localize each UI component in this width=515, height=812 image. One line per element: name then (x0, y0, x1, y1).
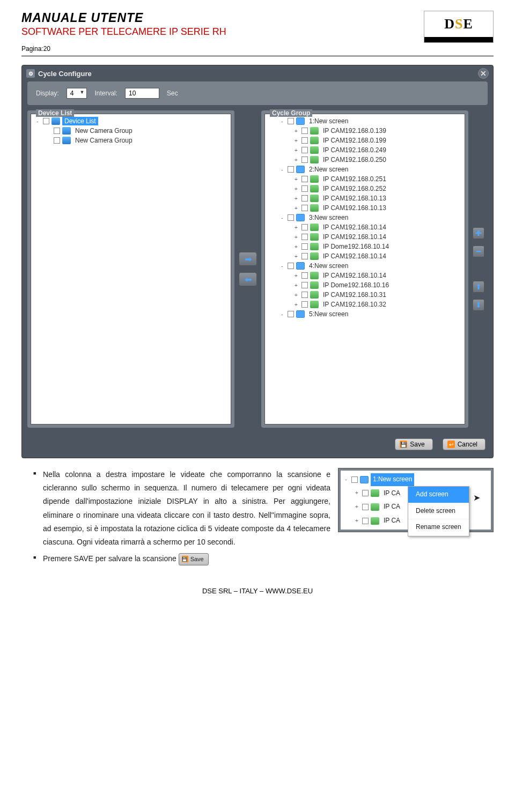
window-title: Cycle Configure (38, 70, 92, 78)
cycle-screen-item[interactable]: -1:New screen (268, 116, 461, 126)
cycle-group-panel: Cycle Group -1:New screen+IP CAM192.168.… (261, 110, 468, 428)
cycle-camera-item[interactable]: +IP Dome192.168.10.14 (268, 242, 461, 251)
remove-button[interactable]: ━ (473, 245, 484, 257)
save-icon: 💾 (182, 556, 188, 562)
cycle-camera-item[interactable]: +IP CAM192.168.10.14 (268, 271, 461, 280)
context-menu[interactable]: Add screenDelete screenRename screen (408, 486, 469, 537)
cycle-group-tree[interactable]: -1:New screen+IP CAM192.168.0.139+IP CAM… (264, 114, 465, 424)
device-list-title: Device List (36, 109, 74, 117)
add-button[interactable]: ✚ (473, 227, 484, 239)
toolbar: Display: 4 Interval: 10 Sec (27, 81, 488, 105)
context-menu-inset: -1:New screen+IP CA+IP CA+IP CA Add scre… (338, 468, 494, 538)
header-divider (21, 56, 494, 56)
page-label: Pagina:20 (21, 45, 226, 53)
move-up-button[interactable]: ⬆ (473, 281, 484, 293)
sec-label: Sec (167, 90, 178, 97)
save-icon: 💾 (400, 441, 407, 448)
device-list-item[interactable]: New Camera Group (34, 126, 227, 136)
cycle-camera-item[interactable]: +IP CAM192.168.0.252 (268, 184, 461, 193)
ctx-screen-item[interactable]: -1:New screen (343, 473, 489, 487)
dse-logo: DSE (424, 11, 494, 43)
cycle-camera-item[interactable]: +IP CAM192.168.10.32 (268, 300, 461, 309)
inline-save-button: 💾 Save (179, 553, 209, 566)
context-menu-item[interactable]: Delete screen (408, 503, 469, 520)
cycle-screen-item[interactable]: -5:New screen (268, 309, 461, 319)
move-right-button[interactable]: ➡ (239, 252, 257, 266)
cycle-camera-item[interactable]: +IP CAM192.168.0.139 (268, 126, 461, 136)
bullet-2: Premere SAVE per salvare la scansione 💾 … (21, 552, 494, 565)
save-button[interactable]: 💾 Save (395, 438, 432, 450)
window-icon: ⚙ (26, 69, 35, 78)
cursor-icon: ➤ (473, 490, 480, 506)
doc-subtitle: SOFTWARE PER TELECAMERE IP SERIE RH (21, 26, 226, 38)
display-label: Display: (36, 90, 59, 97)
cycle-camera-item[interactable]: +IP CAM192.168.10.14 (268, 222, 461, 232)
cycle-screen-item[interactable]: -2:New screen (268, 165, 461, 174)
context-menu-item[interactable]: Rename screen (408, 519, 469, 536)
device-list-item[interactable]: New Camera Group (34, 136, 227, 145)
cycle-camera-item[interactable]: +IP CAM192.168.0.250 (268, 155, 461, 165)
cycle-screen-item[interactable]: -3:New screen (268, 213, 461, 222)
cycle-camera-item[interactable]: +IP CAM192.168.10.14 (268, 251, 461, 261)
move-down-button[interactable]: ⬇ (473, 299, 484, 311)
cycle-screen-item[interactable]: -4:New screen (268, 261, 461, 271)
page-footer: DSE SRL – ITALY – WWW.DSE.EU (21, 587, 494, 595)
cancel-icon: ↩ (447, 441, 455, 448)
cycle-camera-item[interactable]: +IP CAM192.168.10.13 (268, 193, 461, 203)
cycle-camera-item[interactable]: +IP CAM192.168.10.31 (268, 290, 461, 300)
cycle-camera-item[interactable]: +IP CAM192.168.10.14 (268, 232, 461, 242)
cycle-camera-item[interactable]: +IP Dome192.168.10.16 (268, 280, 461, 290)
cycle-camera-item[interactable]: +IP CAM192.168.10.13 (268, 203, 461, 213)
doc-title: MANUALE UTENTE (21, 11, 226, 25)
bullet-1: -1:New screen+IP CA+IP CA+IP CA Add scre… (21, 468, 494, 549)
interval-input[interactable]: 10 (125, 88, 159, 99)
interval-label: Interval: (94, 90, 117, 97)
move-left-button[interactable]: ⬅ (239, 272, 257, 286)
cycle-camera-item[interactable]: +IP CAM192.168.0.249 (268, 145, 461, 155)
cancel-button[interactable]: ↩ Cancel (443, 438, 485, 450)
device-list-panel: Device List -Device ListNew Camera Group… (27, 110, 234, 428)
cycle-camera-item[interactable]: +IP CAM192.168.0.251 (268, 174, 461, 184)
context-menu-item[interactable]: Add screen (408, 487, 469, 503)
display-select[interactable]: 4 (67, 88, 87, 99)
device-list-root[interactable]: -Device List (34, 116, 227, 126)
window-close-button[interactable]: ✕ (478, 68, 489, 79)
cycle-configure-window: ⚙ Cycle Configure ✕ Display: 4 Interval:… (21, 65, 494, 458)
cycle-camera-item[interactable]: +IP CAM192.168.0.199 (268, 136, 461, 145)
cycle-group-title: Cycle Group (270, 109, 312, 117)
device-list-tree[interactable]: -Device ListNew Camera GroupNew Camera G… (31, 114, 231, 424)
